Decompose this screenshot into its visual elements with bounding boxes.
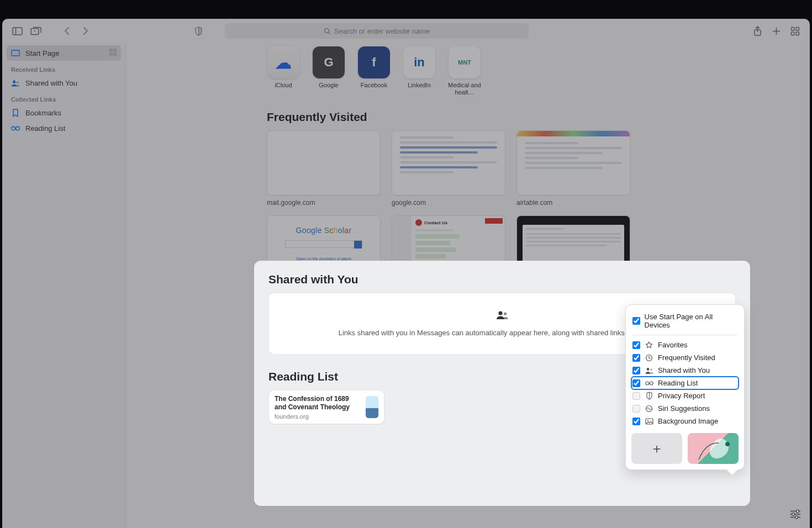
svg-rect-15 [12,50,19,56]
svg-rect-11 [791,27,794,30]
url-bar[interactable]: Search or enter website name [225,23,529,39]
svg-point-35 [647,420,648,421]
sidebar-item-bookmarks[interactable]: Bookmarks [7,105,121,120]
svg-point-28 [646,368,649,371]
frequently-visited-title: Frequently Visited [267,110,771,124]
sidebar-item-label: Reading List [25,124,65,133]
svg-point-36 [725,442,730,446]
shared-icon [496,309,508,323]
star-icon [645,341,653,349]
people-icon [645,367,653,374]
popover-item-reading-list[interactable]: Reading List [631,377,739,389]
privacy-shield-icon[interactable] [189,23,208,39]
svg-point-25 [498,311,502,315]
popover-item-frequently[interactable]: Frequently Visited [631,351,739,364]
checkbox[interactable] [632,341,640,349]
siri-icon [645,405,653,413]
svg-point-30 [645,382,648,385]
glasses-icon [645,381,653,386]
reading-list-item[interactable]: The Confession of 1689 and Covenant Theo… [268,390,384,424]
favorite-item[interactable]: GGoogle [312,46,345,96]
forward-button[interactable] [76,23,95,39]
sidebar-tab-label: Start Page [25,49,59,57]
clock-icon [645,354,653,362]
sidebar-item-reading-list[interactable]: Reading List [7,120,121,136]
svg-point-21 [17,81,19,83]
sidebar-tab-start-page[interactable]: Start Page [7,45,121,61]
grid-icon [109,49,117,57]
background-add-button[interactable]: ＋ [631,433,682,464]
favorite-item[interactable]: MNTMedical and healt… [448,46,481,96]
customize-start-page-popover: Use Start Page on All Devices Favorites … [625,304,745,470]
checkbox[interactable] [632,354,640,362]
sidebar-section-received: Received Links [7,61,121,75]
favorite-item[interactable]: fFacebook [357,46,391,96]
svg-point-38 [797,510,799,513]
sidebar-toggle[interactable] [8,23,27,39]
svg-rect-17 [114,49,116,51]
sidebar-item-shared[interactable]: Shared with You [7,75,121,91]
svg-point-20 [13,80,15,83]
fv-item[interactable]: mail.google.com [267,130,383,207]
popover-item-privacy[interactable]: Privacy Report [631,389,739,402]
svg-line-6 [328,32,330,34]
url-placeholder: Search or enter website name [334,27,430,35]
popover-item-background[interactable]: Background Image [631,415,739,427]
checkbox[interactable] [632,379,640,387]
shared-empty-message: Links shared with you in Messages can au… [339,328,666,338]
svg-rect-19 [114,53,116,55]
background-option[interactable] [688,433,739,464]
checkbox[interactable] [632,367,640,374]
shared-icon [11,78,20,87]
fv-item[interactable]: google.com [392,130,508,207]
svg-point-22 [12,126,15,130]
start-page-icon [11,49,20,57]
checkbox[interactable] [632,418,640,425]
tab-overview-button[interactable] [27,23,45,39]
image-icon [645,418,653,425]
svg-point-31 [650,382,653,385]
shield-icon [645,392,653,400]
favorites-row: ☁︎iCloud GGoogle fFacebook inLinkedIn MN… [267,43,771,96]
favorite-item[interactable]: inLinkedIn [403,46,436,96]
customize-settings-button[interactable] [785,506,805,522]
reading-list-icon [11,124,20,133]
favorite-item[interactable]: ☁︎iCloud [267,46,300,96]
svg-rect-0 [13,28,22,35]
popover-item-all-devices[interactable]: Use Start Page on All Devices [631,310,739,331]
fv-item[interactable]: airtable.com [516,130,632,207]
svg-point-26 [504,313,507,315]
back-button[interactable] [57,23,76,39]
checkbox-unchecked[interactable] [632,405,640,413]
svg-point-29 [650,368,652,371]
sidebar-section-collected: Collected Links [7,91,121,105]
checkbox-unchecked[interactable] [632,392,640,400]
popover-item-shared[interactable]: Shared with You [631,364,739,377]
bookmark-icon [11,108,20,117]
reading-item-thumb [366,396,378,418]
divider [632,335,737,335]
svg-rect-14 [796,32,799,35]
share-button[interactable] [748,23,767,39]
svg-rect-18 [110,53,112,55]
svg-rect-16 [110,49,112,51]
popover-item-favorites[interactable]: Favorites [631,339,739,351]
search-icon [324,28,331,35]
reading-item-source: founders.org [275,413,361,420]
svg-rect-12 [796,27,799,30]
shared-with-you-title: Shared with You [268,273,736,286]
checkbox[interactable] [632,317,640,325]
sidebar-item-label: Bookmarks [25,109,61,117]
svg-point-40 [792,513,795,516]
svg-point-23 [16,126,20,130]
new-tab-button[interactable] [767,23,785,39]
sidebar: Start Page Received Links Shared with Yo… [2,43,126,528]
popover-item-siri[interactable]: Siri Suggestions [631,402,739,415]
svg-point-42 [795,516,798,519]
toolbar: Search or enter website name [2,19,810,43]
svg-rect-13 [791,32,794,35]
sidebar-item-label: Shared with You [25,79,77,87]
tab-grid-button[interactable] [785,23,804,39]
reading-item-title: The Confession of 1689 and Covenant Theo… [275,395,361,411]
